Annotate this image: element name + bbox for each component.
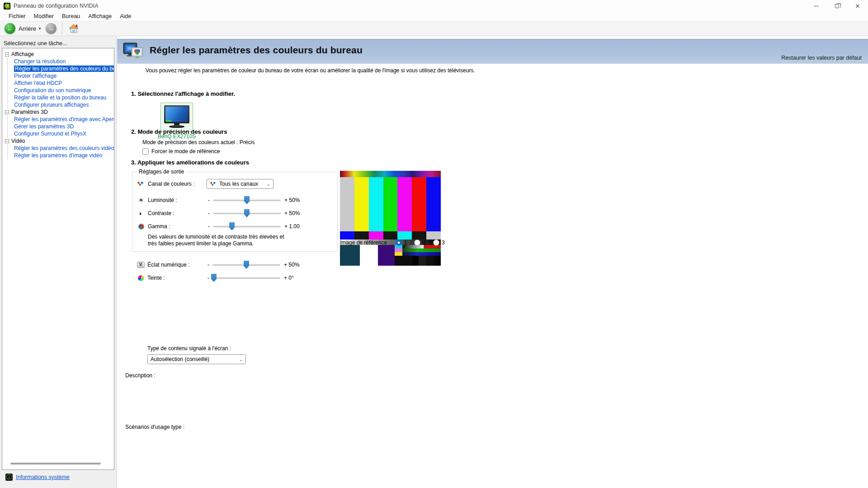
color-channel-icon: ♥♥♥	[137, 181, 145, 187]
contrast-label: Contraste :	[148, 210, 206, 216]
vibrance-slider[interactable]	[212, 260, 280, 269]
brightness-row: ☀ Luminosité : - + 50%	[137, 195, 334, 206]
vibrance-value: + 50%	[284, 262, 299, 268]
tree-item-gerer-parametres-3d[interactable]: Gérer les paramètres 3D	[14, 123, 114, 130]
contrast-row: ◐ Contraste : - + 50%	[137, 208, 334, 219]
toolbar-separator	[62, 23, 62, 34]
chevron-down-icon: ⌄	[239, 357, 243, 362]
menu-bureau[interactable]: Bureau	[58, 12, 84, 20]
menu-aide[interactable]: Aide	[116, 12, 135, 20]
brightness-slider[interactable]	[213, 196, 281, 205]
reference-image-label: Image de référence :	[340, 239, 390, 246]
hue-slider[interactable]	[212, 273, 280, 282]
tree-item-taille-position[interactable]: Régler la taille et la position du burea…	[14, 94, 114, 101]
group-label: Réglages de sortie	[137, 169, 186, 175]
tree-group-affichage[interactable]: − Affichage	[5, 51, 114, 58]
tree-item-pivoter-affichage[interactable]: Pivoter l'affichage	[14, 72, 114, 80]
back-button-label[interactable]: Arrière	[19, 25, 36, 32]
description-label: Description :	[125, 372, 156, 379]
menu-modifier[interactable]: Modifier	[30, 12, 58, 20]
slider-min-label: -	[206, 210, 212, 216]
sidebar-header: Sélectionnez une tâche...	[4, 40, 67, 47]
home-button[interactable]	[67, 22, 80, 35]
tree-group-parametres-3d[interactable]: − Paramètres 3D	[5, 108, 114, 116]
channel-value: Tous les canaux	[219, 181, 258, 187]
close-button[interactable]: ✕	[847, 0, 868, 12]
slider-min-label: -	[206, 197, 212, 203]
collapse-icon[interactable]: −	[5, 139, 9, 143]
reference-radio-2[interactable]	[414, 239, 420, 246]
system-info-link[interactable]: Informations système	[16, 474, 70, 480]
hue-value: + 0°	[284, 275, 294, 281]
minimize-button[interactable]	[806, 0, 826, 12]
force-reference-checkbox[interactable]	[142, 148, 149, 155]
hue-slider-thumb[interactable]	[211, 274, 217, 282]
gamma-slider[interactable]	[213, 222, 281, 231]
info-icon: ⓘ	[5, 474, 13, 481]
reference-radio-3[interactable]	[433, 239, 439, 246]
restore-button[interactable]	[826, 0, 847, 12]
back-arrow-icon: ←	[7, 25, 13, 32]
vibrance-label: Éclat numérique :	[147, 262, 205, 268]
pluge-row	[340, 245, 441, 266]
gamma-icon	[137, 224, 145, 230]
collapse-icon[interactable]: −	[5, 110, 9, 114]
rainbow-strip	[340, 171, 441, 177]
color-channel-icon: ♥♥♥	[210, 181, 217, 187]
window-controls: ✕	[806, 0, 868, 12]
brightness-slider-thumb[interactable]	[244, 196, 250, 204]
step3-heading: 3. Appliquer les améliorations de couleu…	[131, 159, 249, 166]
gamma-note: Des valeurs de luminosité et de contrast…	[148, 234, 288, 247]
intro-text: Vous pouvez régler les paramètres de cou…	[146, 67, 475, 74]
tree-item-image-video[interactable]: Régler les paramètres d'image vidéo	[14, 152, 114, 159]
scenarios-label: Scénarios d'usage type :	[125, 424, 184, 430]
channel-row: ♥♥♥ Canal de couleurs : ♥♥♥ Tous les can…	[137, 178, 334, 189]
channel-select[interactable]: ♥♥♥ Tous les canaux ⌄	[207, 179, 274, 189]
gamma-value: + 1.00	[284, 223, 300, 230]
gamma-slider-thumb[interactable]	[229, 222, 235, 230]
channel-label: Canal de couleurs :	[148, 181, 206, 187]
back-button[interactable]: ←	[5, 23, 15, 34]
gamma-label: Gamma :	[148, 223, 206, 230]
tree-item-etat-hdcp[interactable]: Afficher l'état HDCP	[14, 80, 114, 87]
contrast-slider[interactable]	[213, 209, 281, 218]
hue-row: Teinte : - + 0°	[137, 272, 333, 283]
horizontal-scrollbar[interactable]	[10, 463, 101, 465]
restore-defaults-link[interactable]: Restaurer les valeurs par défaut	[781, 55, 862, 61]
brightness-icon: ☀	[137, 197, 145, 203]
sidebar: Sélectionnez une tâche... − Affichage Ch…	[0, 36, 117, 488]
reference-radio-2-label: 2	[423, 239, 426, 246]
reference-radio-1[interactable]	[396, 239, 402, 246]
brightness-value: + 50%	[284, 197, 300, 203]
forward-arrow-icon: →	[48, 25, 54, 32]
close-icon: ✕	[855, 3, 860, 9]
back-dropdown-caret-icon[interactable]: ▼	[38, 27, 42, 31]
menu-fichier[interactable]: Fichier	[5, 12, 30, 20]
vibrance-slider-thumb[interactable]	[244, 261, 249, 269]
page-banner: Régler les paramètres des couleurs du bu…	[117, 39, 868, 64]
contrast-value: + 50%	[284, 210, 300, 216]
tree-item-surround-physx[interactable]: Configurer Surround et PhysX	[14, 130, 114, 137]
contrast-slider-thumb[interactable]	[244, 209, 250, 217]
main-content: Régler les paramètres des couleurs du bu…	[117, 36, 868, 488]
content-type-select[interactable]: Autosélection (conseillé) ⌄	[147, 354, 246, 364]
tree-item-plusieurs-affichages[interactable]: Configurer plusieurs affichages	[14, 101, 114, 108]
tree-item-couleurs-video[interactable]: Régler les paramètres des couleurs vidéo	[14, 145, 114, 152]
slider-min-label: -	[205, 275, 212, 281]
menu-affichage[interactable]: Affichage	[84, 12, 116, 20]
hue-icon	[137, 275, 145, 281]
display-tile-benq[interactable]	[160, 103, 193, 131]
menu-bar: Fichier Modifier Bureau Affichage Aide	[0, 12, 868, 21]
nvidia-app-icon	[4, 3, 10, 9]
chevron-down-icon: ⌄	[267, 182, 270, 187]
reference-radio-1-label: 1	[404, 239, 407, 246]
tree-item-image-apercu[interactable]: Régler les paramètres d'image avec Aperç…	[14, 116, 114, 123]
step2-heading: 2. Mode de précision des couleurs	[131, 128, 227, 135]
forward-button[interactable]: →	[46, 23, 57, 34]
window-title: Panneau de configuration NVIDIA	[14, 3, 99, 9]
tree-item-changer-resolution[interactable]: Changer la résolution	[14, 58, 114, 65]
tree-group-video[interactable]: − Vidéo	[5, 137, 114, 145]
tree-item-regler-couleurs-bureau[interactable]: Régler les paramètres des couleurs du bu…	[14, 65, 114, 72]
collapse-icon[interactable]: −	[5, 52, 9, 56]
tree-item-son-numerique[interactable]: Configuration du son numérique	[14, 87, 114, 94]
